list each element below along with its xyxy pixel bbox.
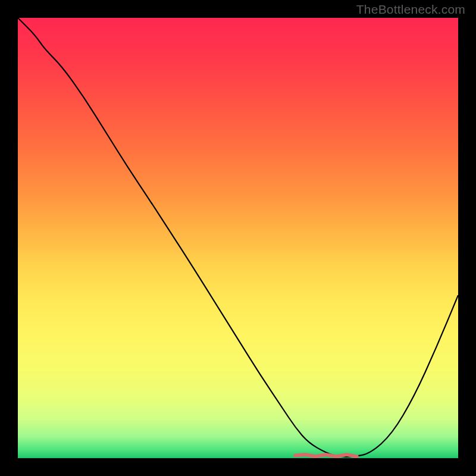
watermark-text: TheBottleneck.com [356,2,465,17]
chart-frame: TheBottleneck.com [0,0,476,476]
plot-area [18,18,458,458]
curve-path [18,18,458,457]
optimal-zone-accent [295,455,357,456]
bottleneck-curve [18,18,458,458]
